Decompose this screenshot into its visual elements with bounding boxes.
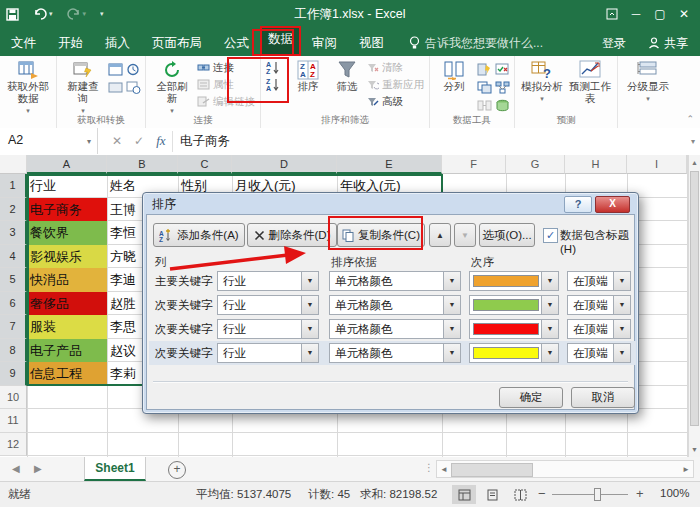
what-if-analysis-button[interactable]: ? 模拟分析 ▾	[518, 58, 566, 107]
maximize-button[interactable]: ▢	[648, 0, 672, 28]
data-model-icon[interactable]	[495, 99, 510, 112]
scroll-up-icon[interactable]: ▲	[689, 155, 700, 170]
cell-A6[interactable]: 奢侈品	[27, 292, 107, 316]
vertical-scrollbar-thumb[interactable]	[690, 171, 699, 426]
combo-dropdown-icon[interactable]: ▼	[541, 344, 558, 362]
column-header-C[interactable]: C	[178, 155, 232, 174]
sheet-nav-right-icon[interactable]: ▶	[34, 463, 42, 474]
clear-filter-button[interactable]: 清除	[365, 59, 426, 76]
ribbon-display-options-icon[interactable]	[600, 0, 624, 28]
dialog-help-button[interactable]: ?	[564, 196, 592, 213]
combo-dropdown-icon[interactable]: ▼	[613, 272, 630, 290]
sort-column-combo[interactable]: 行业▼	[217, 319, 319, 339]
combo-dropdown-icon[interactable]: ▼	[541, 320, 558, 338]
scroll-right-icon[interactable]: ►	[682, 465, 690, 474]
tab-file[interactable]: 文件	[0, 30, 47, 56]
new-sheet-button[interactable]: +	[168, 461, 186, 479]
combo-dropdown-icon[interactable]: ▼	[613, 344, 630, 362]
column-header-F[interactable]: F	[442, 155, 506, 174]
scroll-left-icon[interactable]: ◄	[440, 465, 448, 474]
collapse-ribbon-icon[interactable]: ⌃	[686, 114, 694, 124]
row-header-7[interactable]: 7	[0, 315, 27, 339]
horizontal-scrollbar[interactable]: ◄ ►	[436, 460, 694, 478]
combo-dropdown-icon[interactable]: ▼	[443, 296, 460, 314]
cell-A9[interactable]: 信息工程	[27, 362, 107, 386]
cancel-button[interactable]: 取消	[571, 387, 635, 408]
minimize-button[interactable]: ─	[624, 0, 648, 28]
new-query-button[interactable]: 新建查询 ▾	[60, 58, 106, 119]
consolidate-icon[interactable]	[495, 81, 510, 94]
sort-on-combo[interactable]: 单元格颜色▼	[329, 295, 461, 315]
tab-formulas[interactable]: 公式	[213, 30, 260, 56]
text-to-columns-button[interactable]: 分列	[433, 58, 475, 94]
tab-view[interactable]: 视图	[348, 30, 395, 56]
order-combo[interactable]: 在顶端▼	[567, 295, 631, 315]
edit-links-button[interactable]: 编辑链接	[195, 93, 257, 110]
zoom-slider-thumb[interactable]	[594, 488, 601, 501]
sort-on-combo[interactable]: 单元格颜色▼	[329, 343, 461, 363]
properties-button[interactable]: 属性	[195, 76, 257, 93]
query-clock-icon[interactable]	[126, 81, 141, 94]
delete-level-button[interactable]: 删除条件(D)	[247, 223, 337, 247]
tab-bar-splitter[interactable]: ⋮	[424, 462, 435, 473]
move-down-button[interactable]: ▼	[454, 223, 476, 247]
expand-formula-bar-icon[interactable]: ▾	[691, 137, 695, 146]
normal-view-button[interactable]	[452, 485, 476, 504]
outline-button[interactable]: 分级显示 ▾	[621, 58, 675, 107]
sort-column-combo[interactable]: 行业▼	[217, 343, 319, 363]
connections-button[interactable]: 连接	[195, 59, 257, 76]
dialog-close-button[interactable]: X	[595, 196, 630, 213]
flash-fill-icon[interactable]	[477, 63, 492, 76]
data-validation-icon[interactable]	[495, 63, 510, 76]
row-header-2[interactable]: 2	[0, 198, 27, 222]
zoom-in-icon[interactable]: +	[636, 486, 644, 501]
row-header-4[interactable]: 4	[0, 245, 27, 269]
row-header-6[interactable]: 6	[0, 292, 27, 316]
sort-descending-button[interactable]: ZA	[265, 76, 287, 93]
insert-function-icon[interactable]: fx	[156, 133, 165, 149]
row-header-9[interactable]: 9	[0, 362, 27, 386]
tell-me-box[interactable]: 告诉我您想要做什么...	[409, 30, 543, 56]
sort-ascending-button[interactable]: AZ	[265, 59, 287, 76]
name-box[interactable]: A2 ▾	[0, 128, 98, 154]
combo-dropdown-icon[interactable]: ▼	[301, 296, 318, 314]
zoom-level[interactable]: 100%	[660, 487, 689, 499]
column-header-E[interactable]: E	[337, 155, 442, 174]
zoom-slider-track[interactable]	[552, 494, 628, 495]
close-button[interactable]: ✕	[672, 0, 696, 28]
confirm-entry-icon[interactable]: ✓	[134, 134, 144, 148]
filter-button[interactable]: 筛选	[329, 58, 365, 94]
add-level-button[interactable]: AZ 添加条件(A)	[153, 223, 245, 247]
cell-A3[interactable]: 餐饮界	[27, 221, 107, 245]
combo-dropdown-icon[interactable]: ▼	[443, 344, 460, 362]
row-header-3[interactable]: 3	[0, 221, 27, 245]
column-header-A[interactable]: A	[27, 155, 107, 174]
cell-A2[interactable]: 电子商务	[27, 198, 107, 222]
row-header-12[interactable]: 12	[0, 433, 27, 457]
tab-data[interactable]: 数据	[260, 26, 301, 56]
name-box-dropdown-icon[interactable]: ▾	[87, 137, 91, 146]
reapply-filter-button[interactable]: 重新应用	[365, 76, 426, 93]
row-header-1[interactable]: 1	[0, 174, 27, 198]
tab-home[interactable]: 开始	[47, 30, 94, 56]
remove-duplicates-icon[interactable]	[477, 81, 492, 94]
tab-page-layout[interactable]: 页面布局	[141, 30, 213, 56]
zoom-out-icon[interactable]: −	[538, 486, 546, 501]
copy-level-button[interactable]: 复制条件(C)	[337, 223, 425, 247]
combo-dropdown-icon[interactable]: ▼	[541, 272, 558, 290]
combo-dropdown-icon[interactable]: ▼	[301, 344, 318, 362]
combo-dropdown-icon[interactable]: ▼	[301, 320, 318, 338]
advanced-filter-button[interactable]: 高级	[365, 93, 426, 110]
forecast-sheet-button[interactable]: 预测工作表	[566, 58, 614, 106]
combo-dropdown-icon[interactable]: ▼	[613, 296, 630, 314]
column-header-B[interactable]: B	[107, 155, 178, 174]
row-header-5[interactable]: 5	[0, 268, 27, 292]
column-header-H[interactable]: H	[565, 155, 627, 174]
my-data-has-headers-checkbox[interactable]: ✓	[543, 228, 558, 243]
page-layout-view-button[interactable]	[480, 485, 504, 504]
cancel-entry-icon[interactable]: ✕	[112, 134, 122, 148]
get-external-data-button[interactable]: 获取外部数据 ▾	[3, 58, 53, 119]
cell-A1[interactable]: 行业	[27, 174, 107, 198]
column-header-D[interactable]: D	[232, 155, 337, 174]
cell-A7[interactable]: 服装	[27, 315, 107, 339]
